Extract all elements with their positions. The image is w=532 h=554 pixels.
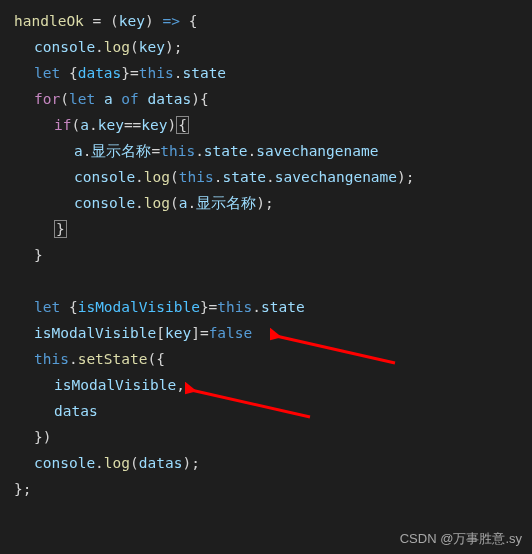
code-editor[interactable]: handleOk = (key) => { console.log(key); … (0, 0, 532, 510)
code-line: console.log(a.显示名称); (14, 190, 532, 216)
code-line: if(a.key==key){ (14, 112, 532, 138)
bracket-match-icon: { (176, 116, 189, 134)
code-line: }) (14, 424, 532, 450)
code-line: isModalVisible[key]=false (14, 320, 532, 346)
code-line: console.log(datas); (14, 450, 532, 476)
code-line: console.log(this.state.savechangename); (14, 164, 532, 190)
code-line: } (14, 242, 532, 268)
code-line: }; (14, 476, 532, 502)
bracket-match-icon: } (54, 220, 67, 238)
code-line: } (14, 216, 532, 242)
code-line: for(let a of datas){ (14, 86, 532, 112)
code-line: console.log(key); (14, 34, 532, 60)
code-line: let {datas}=this.state (14, 60, 532, 86)
code-line: handleOk = (key) => { (14, 8, 532, 34)
code-line: isModalVisible, (14, 372, 532, 398)
watermark: CSDN @万事胜意.sy (400, 530, 522, 548)
code-line: datas (14, 398, 532, 424)
code-line: let {isModalVisible}=this.state (14, 294, 532, 320)
code-line (14, 268, 532, 294)
code-line: a.显示名称=this.state.savechangename (14, 138, 532, 164)
code-line: this.setState({ (14, 346, 532, 372)
